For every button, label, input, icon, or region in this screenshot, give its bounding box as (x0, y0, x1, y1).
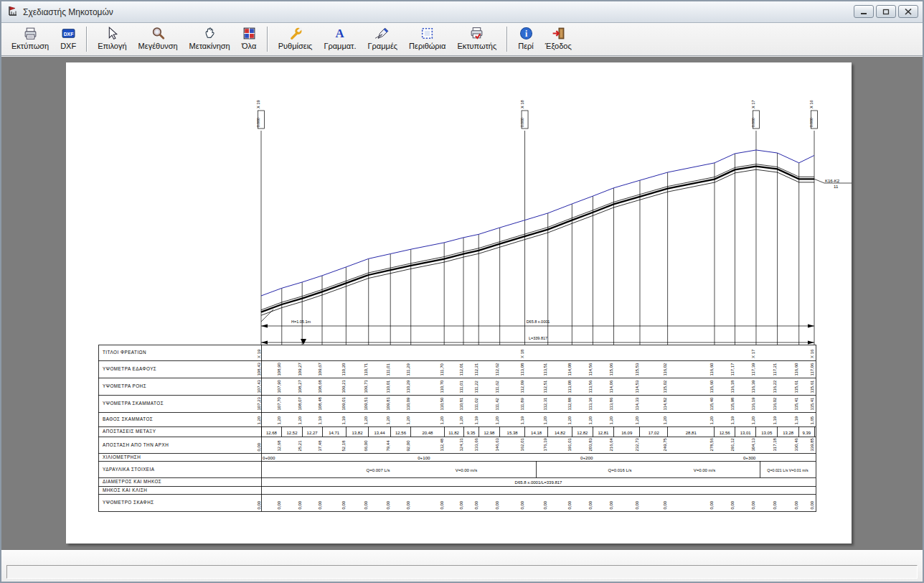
minimize-icon (860, 9, 867, 15)
printer-button[interactable]: Εκτύπωση (6, 24, 55, 55)
toolbar-button-label: Γραμμές (368, 42, 398, 50)
maximize-button[interactable] (876, 5, 896, 18)
hand-icon (202, 26, 217, 41)
page (66, 62, 852, 544)
toolbar-button-label: Μετακίνηση (189, 42, 230, 50)
close-button[interactable] (898, 5, 918, 18)
maximize-icon (882, 9, 890, 15)
wrench-icon (288, 26, 303, 41)
toolbar-separator (267, 27, 268, 52)
info-button[interactable]: iΠερί (512, 24, 539, 55)
app-icon (7, 5, 19, 19)
toolbar-button-label: Μεγέθυνση (138, 42, 178, 50)
toolbar-button-label: Περιθώρια (409, 42, 446, 50)
font-button[interactable]: AΓραμματ. (318, 24, 362, 55)
printer-settings-button[interactable]: Εκτυπωτής (451, 24, 502, 55)
app-window: Σχεδιαστής Μηκοτομών ΕκτύπωσηDXFDXFΕπιλο… (0, 0, 924, 583)
grid-button[interactable]: Όλα (236, 24, 263, 55)
toolbar-button-label: Επιλογή (98, 42, 126, 50)
status-panel (6, 565, 918, 579)
printer-settings-icon (469, 26, 484, 41)
toolbar-button-label: Περί (518, 42, 534, 50)
info-icon: i (519, 26, 534, 41)
pen-icon (375, 26, 390, 41)
exit-button[interactable]: Έξοδος (539, 24, 578, 55)
grid-icon (242, 26, 257, 41)
magnifier-button[interactable]: Μεγέθυνση (133, 24, 184, 55)
svg-text:DXF: DXF (63, 32, 73, 37)
cursor-button[interactable]: Επιλογή (92, 24, 132, 55)
cursor-icon (105, 26, 120, 41)
window-title: Σχεδιαστής Μηκοτομών (23, 7, 113, 17)
toolbar-button-label: Όλα (242, 42, 256, 50)
dxf-icon: DXF (61, 26, 76, 41)
toolbar-separator (506, 27, 508, 52)
svg-text:A: A (336, 27, 344, 40)
toolbar-button-label: Ρυθμίσεις (278, 42, 313, 50)
toolbar-button-label: Εκτυπωτής (457, 42, 496, 50)
font-icon: A (332, 26, 347, 41)
margins-icon (420, 26, 435, 41)
toolbar-separator (86, 27, 88, 52)
status-bar (1, 550, 923, 582)
hand-button[interactable]: Μετακίνηση (184, 24, 236, 55)
titlebar[interactable]: Σχεδιαστής Μηκοτομών (1, 1, 923, 23)
toolbar-button-label: Έξοδος (545, 42, 572, 50)
magnifier-icon (151, 26, 166, 41)
toolbar-button-label: Εκτύπωση (11, 42, 49, 50)
exit-icon (551, 26, 566, 41)
close-icon (905, 9, 912, 15)
toolbar-button-label: DXF (60, 42, 76, 50)
toolbar-button-label: Γραμματ. (324, 42, 356, 50)
drawing-canvas[interactable] (1, 57, 923, 550)
wrench-button[interactable]: Ρυθμίσεις (273, 24, 319, 55)
margins-button[interactable]: Περιθώρια (403, 24, 451, 55)
printer-icon (23, 26, 38, 41)
pen-button[interactable]: Γραμμές (362, 24, 404, 55)
dxf-button[interactable]: DXFDXF (55, 24, 82, 55)
window-controls (854, 5, 918, 18)
minimize-button[interactable] (854, 5, 874, 18)
toolbar: ΕκτύπωσηDXFDXFΕπιλογήΜεγέθυνσηΜετακίνηση… (1, 23, 923, 56)
